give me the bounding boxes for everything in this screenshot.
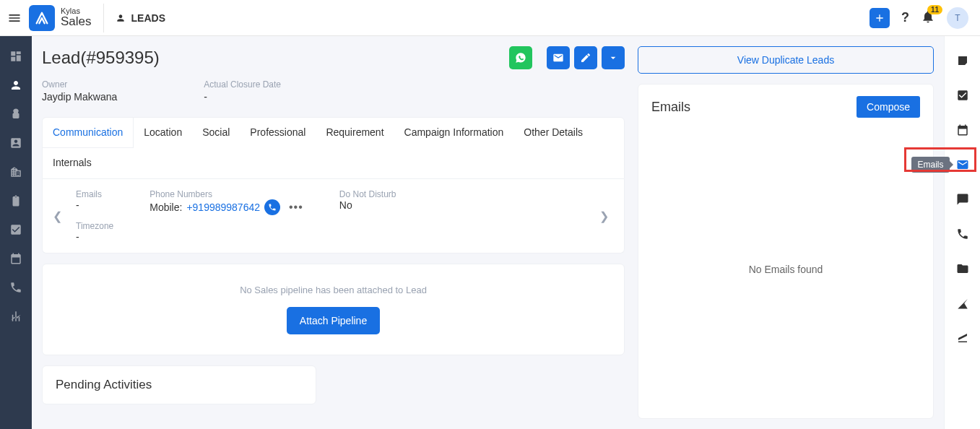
tabs: Communication Location Social Profession… xyxy=(42,117,625,179)
next-tab-section[interactable]: ❯ xyxy=(599,209,614,223)
tab-requirement[interactable]: Requirement xyxy=(316,118,394,148)
user-avatar[interactable]: T xyxy=(947,7,968,29)
tab-social[interactable]: Social xyxy=(192,118,240,148)
contacts-icon[interactable] xyxy=(9,136,23,150)
hamburger-icon[interactable] xyxy=(7,11,22,25)
closure-value: - xyxy=(204,91,281,103)
notifications-button[interactable]: 11 xyxy=(921,9,935,27)
view-duplicate-button[interactable]: View Duplicate Leads xyxy=(638,46,934,74)
page-title: Lead(#959395) xyxy=(42,48,160,68)
messages-tab-icon[interactable] xyxy=(955,192,970,207)
files-tab-icon[interactable] xyxy=(955,261,970,276)
notes-tab-icon[interactable] xyxy=(955,53,970,68)
owner-value: Jaydip Makwana xyxy=(42,91,117,103)
emails-timezone-col: Emails - Timezone - xyxy=(76,189,113,243)
emails-tab-icon[interactable]: Emails xyxy=(955,157,970,172)
call-button[interactable] xyxy=(264,199,280,215)
pencil-icon xyxy=(580,52,591,64)
phone-icon xyxy=(268,203,277,212)
calls-icon[interactable] xyxy=(9,280,23,295)
more-button[interactable] xyxy=(602,46,625,69)
timezone-label: Timezone xyxy=(76,221,113,231)
closure-field: Actual Closure Date - xyxy=(204,79,281,103)
tasks-icon[interactable] xyxy=(9,222,23,237)
emails-card: Emails Compose No Emails found xyxy=(638,84,934,419)
tab-campaign[interactable]: Campaign Information xyxy=(394,118,514,148)
app-logo-text: Kylas Sales xyxy=(61,6,92,29)
tab-location[interactable]: Location xyxy=(134,118,192,148)
dnd-value: No xyxy=(339,199,396,211)
meetings-tab-icon[interactable] xyxy=(955,123,970,137)
edit-button[interactable] xyxy=(574,46,597,69)
activity-sidebar: Emails xyxy=(944,36,980,429)
emails-label: Emails xyxy=(76,189,113,199)
phones-label: Phone Numbers xyxy=(149,189,303,199)
tab-body: ❮ Emails - Timezone - xyxy=(42,179,625,254)
owner-label: Owner xyxy=(42,79,117,90)
dnd-col: Do Not Disturb No xyxy=(339,189,396,243)
phone-type: Mobile: xyxy=(149,202,182,213)
meta-row: Owner Jaydip Makwana Actual Closure Date… xyxy=(42,79,625,103)
whatsapp-icon xyxy=(515,52,526,64)
pipeline-empty-msg: No Sales pipeline has been attached to L… xyxy=(63,285,604,295)
section-label: LEADS xyxy=(131,12,165,24)
tab-internals[interactable]: Internals xyxy=(43,148,102,178)
integration-tab-icon[interactable] xyxy=(955,331,970,345)
divider xyxy=(103,4,104,32)
help-icon[interactable]: ? xyxy=(901,10,909,25)
tabs-card: Communication Location Social Profession… xyxy=(42,117,625,254)
calls-tab-icon[interactable] xyxy=(955,227,970,241)
emails-card-title: Emails xyxy=(651,100,690,115)
whatsapp-button[interactable] xyxy=(509,46,532,69)
prev-tab-section[interactable]: ❮ xyxy=(53,209,67,223)
lead-column: Lead(#959395) xyxy=(42,46,628,419)
closure-label: Actual Closure Date xyxy=(204,79,281,90)
app-header: Kylas Sales LEADS ? 11 T xyxy=(0,0,980,36)
header-actions: ? 11 T xyxy=(870,7,973,29)
brand-big: Sales xyxy=(61,15,92,29)
tasks-tab-icon[interactable] xyxy=(955,88,970,103)
email-button[interactable] xyxy=(547,46,570,69)
caret-down-icon xyxy=(607,52,619,64)
tab-other[interactable]: Other Details xyxy=(513,118,593,148)
person-icon xyxy=(116,13,126,23)
compose-button[interactable]: Compose xyxy=(857,96,920,118)
reports-icon[interactable] xyxy=(9,309,23,324)
phone-number[interactable]: +919989987642 xyxy=(186,202,260,213)
tab-professional[interactable]: Professional xyxy=(240,118,316,148)
phones-col: Phone Numbers Mobile: +919989987642 ••• xyxy=(149,189,303,243)
envelope-icon xyxy=(552,52,564,64)
quick-action-tab-icon[interactable] xyxy=(955,296,970,311)
app-logo-icon[interactable] xyxy=(29,5,55,31)
companies-icon[interactable] xyxy=(9,165,23,179)
clipboard-icon[interactable] xyxy=(9,194,23,208)
side-column: View Duplicate Leads Emails Compose No E… xyxy=(638,46,934,419)
breadcrumb[interactable]: LEADS xyxy=(116,12,165,24)
notification-count: 11 xyxy=(927,5,942,14)
deals-icon[interactable] xyxy=(9,107,23,121)
title-row: Lead(#959395) xyxy=(42,46,625,69)
timezone-value: - xyxy=(76,231,113,243)
tab-communication[interactable]: Communication xyxy=(43,118,134,148)
nav-sidebar xyxy=(0,36,32,429)
pending-card: Pending Activities xyxy=(42,365,316,404)
phone-more[interactable]: ••• xyxy=(285,201,303,214)
pending-title: Pending Activities xyxy=(56,378,303,392)
phone-row: Mobile: +919989987642 ••• xyxy=(149,199,303,215)
emails-empty-msg: No Emails found xyxy=(651,132,920,407)
envelope-icon xyxy=(956,158,969,171)
emails-value: - xyxy=(76,199,113,211)
pipeline-card: No Sales pipeline has been attached to L… xyxy=(42,264,625,355)
leads-icon[interactable] xyxy=(9,78,23,92)
dnd-label: Do Not Disturb xyxy=(339,189,396,199)
owner-field: Owner Jaydip Makwana xyxy=(42,79,117,103)
dashboard-icon[interactable] xyxy=(9,49,23,64)
add-button[interactable] xyxy=(870,8,890,28)
emails-tooltip: Emails xyxy=(911,157,949,173)
main-content: Lead(#959395) xyxy=(32,36,944,429)
calendar-icon[interactable] xyxy=(9,251,23,266)
attach-pipeline-button[interactable]: Attach Pipeline xyxy=(287,307,380,334)
